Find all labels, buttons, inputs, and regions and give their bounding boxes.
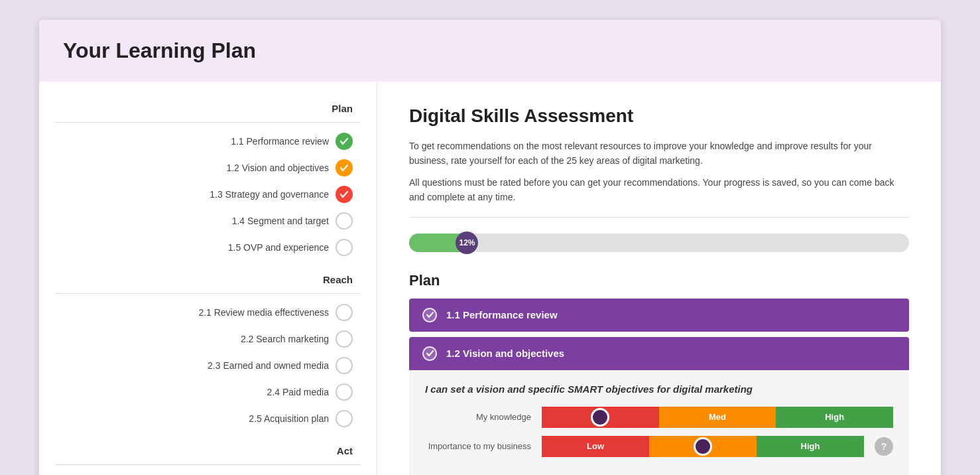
sidebar-section-reach: Reach: [39, 269, 377, 291]
status-icon-1-2: [336, 159, 353, 176]
content-area: Plan 1.1 Performance review 1.2 Vision a…: [39, 82, 941, 475]
progress-bar-container: 12%: [409, 234, 909, 252]
importance-med[interactable]: Med: [649, 436, 757, 457]
status-icon-2-4: [336, 383, 353, 401]
sidebar-item-2-1-label: 2.1 Review media effectiveness: [198, 307, 329, 318]
sidebar-item-2-3[interactable]: 2.3 Earned and owned media: [39, 352, 377, 379]
rating-row-importance: Importance to my business Low Med: [425, 436, 893, 457]
accordion-1-2: 1.2 Vision and objectives I can set a vi…: [409, 337, 909, 475]
importance-selected-dot: [694, 437, 712, 456]
knowledge-high[interactable]: High: [776, 407, 893, 428]
sidebar-item-2-1[interactable]: 2.1 Review media effectiveness: [39, 299, 377, 326]
status-icon-1-5: [336, 239, 353, 256]
accordion-1-1-label: 1.1 Performance review: [446, 309, 558, 320]
importance-high-label: High: [801, 441, 820, 451]
sidebar-item-2-3-label: 2.3 Earned and owned media: [208, 360, 329, 371]
knowledge-med-label: Med: [709, 412, 726, 422]
app-container: Your Learning Plan Plan 1.1 Performance …: [39, 20, 941, 475]
rating-rows: My knowledge Low Med High: [425, 407, 893, 465]
sidebar-item-2-2[interactable]: 2.2 Search marketing: [39, 326, 377, 352]
sidebar-section-act: Act: [39, 440, 377, 462]
accordion-1-1: 1.1 Performance review: [409, 299, 909, 332]
status-icon-2-3: [336, 357, 353, 374]
page-header: Your Learning Plan: [39, 20, 941, 82]
importance-low-label: Low: [587, 441, 604, 451]
sidebar-item-2-5[interactable]: 2.5 Acquisition plan: [39, 405, 377, 432]
status-icon-1-3: [336, 186, 353, 203]
sidebar-item-1-3[interactable]: 1.3 Strategy and governance: [39, 181, 377, 208]
knowledge-label: My knowledge: [425, 412, 531, 422]
accordion-1-2-body: I can set a vision and specific SMART ob…: [409, 370, 909, 475]
main-content: Digital Skills Assessment To get recomme…: [377, 82, 941, 475]
help-icon[interactable]: ?: [875, 437, 893, 456]
assessment-title: Digital Skills Assessment: [409, 105, 909, 127]
knowledge-bar: Low Med High: [542, 407, 893, 428]
accordion-1-2-header[interactable]: 1.2 Vision and objectives: [409, 337, 909, 370]
accordion-1-1-header[interactable]: 1.1 Performance review: [409, 299, 909, 332]
sidebar-item-1-1[interactable]: 1.1 Performance review: [39, 128, 377, 155]
question-1-2-label: I can set a vision and specific SMART ob…: [425, 383, 893, 395]
intro-paragraph-1: To get recommendations on the most relev…: [409, 139, 909, 169]
status-icon-2-1: [336, 304, 353, 321]
knowledge-med[interactable]: Med: [659, 407, 776, 428]
page-title: Your Learning Plan: [63, 38, 917, 63]
importance-low[interactable]: Low: [542, 436, 649, 457]
sidebar-item-1-4-label: 1.4 Segment and target: [232, 216, 329, 226]
sidebar-item-1-2[interactable]: 1.2 Vision and objectives: [39, 155, 377, 181]
sidebar-item-1-5-label: 1.5 OVP and experience: [228, 242, 329, 253]
importance-high[interactable]: High: [757, 436, 864, 457]
sidebar-item-1-5[interactable]: 1.5 OVP and experience: [39, 234, 377, 261]
sidebar-section-plan: Plan: [39, 98, 377, 119]
accordion-1-2-check: [422, 346, 437, 361]
intro-paragraph-2: All questions must be rated before you c…: [409, 175, 909, 205]
sidebar-item-1-4[interactable]: 1.4 Segment and target: [39, 208, 377, 234]
sidebar-item-2-4-label: 2.4 Paid media: [267, 387, 329, 397]
sidebar-item-3-1[interactable]: 3.1 Customer journeys: [39, 470, 377, 475]
sidebar-item-1-1-label: 1.1 Performance review: [231, 136, 329, 147]
sidebar-item-2-5-label: 2.5 Acquisition plan: [249, 413, 329, 424]
knowledge-high-label: High: [825, 412, 844, 422]
status-icon-1-4: [336, 212, 353, 230]
sidebar-item-1-2-label: 1.2 Vision and objectives: [226, 163, 329, 173]
progress-label: 12%: [456, 232, 478, 254]
sidebar-item-2-4[interactable]: 2.4 Paid media: [39, 379, 377, 405]
knowledge-low[interactable]: Low: [542, 407, 659, 428]
sidebar-item-2-2-label: 2.2 Search marketing: [241, 334, 329, 344]
progress-bar-fill: 12%: [409, 234, 469, 252]
accordion-1-1-check: [422, 308, 437, 322]
sidebar-item-1-3-label: 1.3 Strategy and governance: [210, 189, 329, 200]
plan-section-heading: Plan: [409, 272, 909, 289]
status-icon-2-5: [336, 410, 353, 427]
status-icon-1-1: [336, 133, 353, 150]
importance-label: Importance to my business: [425, 441, 531, 451]
rating-row-knowledge: My knowledge Low Med High: [425, 407, 893, 428]
importance-bar: Low Med High: [542, 436, 864, 457]
accordion-1-2-label: 1.2 Vision and objectives: [446, 348, 564, 359]
sidebar: Plan 1.1 Performance review 1.2 Vision a…: [39, 82, 377, 475]
status-icon-2-2: [336, 330, 353, 348]
knowledge-selected-dot: [591, 408, 609, 427]
